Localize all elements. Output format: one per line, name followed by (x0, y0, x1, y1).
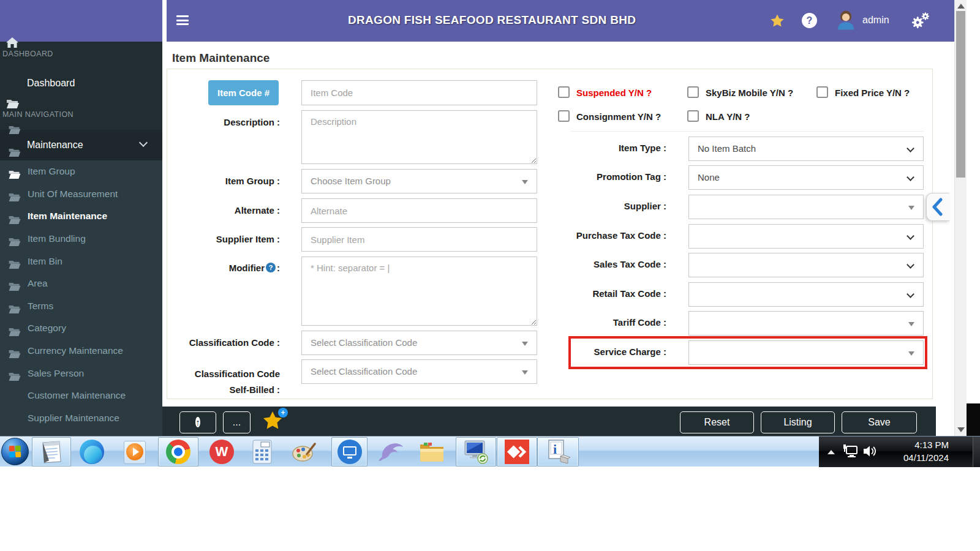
hamburger-menu-icon[interactable] (176, 15, 189, 25)
alternate-label: Alternate : (165, 205, 280, 216)
skybiz-mobile-checkbox[interactable] (687, 86, 699, 98)
maintenance-submenu: Item Group Unit Of Measurement Item Main… (0, 160, 162, 436)
supplier-select[interactable] (688, 195, 924, 219)
sub-item-label: Currency Maintenance (28, 345, 123, 356)
reset-button[interactable]: Reset (680, 411, 754, 433)
item-group-select[interactable]: Choose Item Group (301, 169, 537, 193)
alternate-input[interactable] (301, 198, 537, 223)
save-button[interactable]: Save (842, 411, 917, 433)
show-desktop-button[interactable] (973, 437, 980, 467)
sidebar-item-item-bundling[interactable]: Item Bundling (0, 228, 162, 250)
wps-office-icon: W (209, 440, 234, 464)
self-billed-line2: Self-Billed : (229, 384, 280, 395)
sales-tax-code-select[interactable] (688, 253, 924, 277)
scrollbar-thumb[interactable] (956, 11, 965, 178)
sidebar-item-maintenance[interactable]: Maintenance (0, 130, 162, 160)
clock-date: 04/11/2024 (880, 451, 949, 464)
taskbar-wps-office[interactable]: W (207, 437, 236, 467)
modifier-colon: : (277, 263, 280, 273)
taskbar-file-explorer[interactable] (415, 437, 448, 467)
taskbar-edge[interactable] (77, 437, 107, 467)
action-bar: ↑ ... + Reset Listing Save (162, 407, 936, 436)
taskbar-remote-viewer[interactable] (331, 437, 368, 467)
taskbar-install-info[interactable]: i (537, 437, 579, 467)
sidebar: DASHBOARD Dashboard MAIN NAVIGATION Main… (0, 42, 162, 436)
sidebar-item-dashboard[interactable]: Dashboard (0, 69, 162, 98)
description-label: Description : (165, 117, 280, 127)
sidebar-item-item-maintenance[interactable]: Item Maintenance (0, 205, 162, 228)
sidebar-item-category[interactable]: Category (0, 317, 162, 340)
taskbar-remote-desktop[interactable] (456, 437, 496, 467)
scrollbar-up-arrow[interactable] (957, 4, 965, 9)
system-tray: 4:13 PM 04/11/2024 (819, 437, 980, 467)
suspended-checkbox[interactable] (558, 86, 570, 98)
tray-clock[interactable]: 4:13 PM 04/11/2024 (880, 438, 949, 464)
sidebar-item-terms[interactable]: Terms (0, 295, 162, 318)
dropdown-triangle-icon (908, 351, 914, 356)
sidebar-item-item-group[interactable]: Item Group (0, 160, 162, 183)
taskbar-calculator[interactable] (247, 437, 277, 467)
classification-self-billed-select[interactable]: Select Classification Code (301, 359, 537, 384)
more-button[interactable]: ... (223, 411, 251, 433)
user-avatar[interactable] (835, 10, 856, 31)
service-charge-select[interactable] (688, 340, 924, 365)
username[interactable]: admin (862, 15, 889, 26)
add-favorite-star-icon[interactable]: + (262, 410, 287, 433)
item-type-label: Item Type : (545, 143, 666, 153)
sub-item-label: Item Group (28, 166, 75, 177)
panel-collapse-tab[interactable] (926, 193, 949, 221)
dropdown-triangle-icon (522, 180, 528, 184)
nla-checkbox[interactable] (687, 110, 699, 122)
dolphin-icon (379, 441, 404, 463)
start-button[interactable] (1, 438, 29, 465)
taskbar-chrome[interactable] (158, 437, 198, 467)
scroll-top-button[interactable]: ↑ (179, 411, 216, 433)
taskbar-speed-launcher[interactable] (497, 437, 537, 467)
modifier-textarea[interactable] (301, 257, 537, 326)
sidebar-item-currency-maintenance[interactable]: Currency Maintenance (0, 340, 162, 362)
promotion-tag-select[interactable]: None (688, 165, 924, 190)
item-type-select[interactable]: No Item Batch (688, 137, 924, 161)
item-code-button[interactable]: Item Code # (208, 80, 279, 105)
windows-logo-icon (9, 446, 22, 459)
purchase-tax-code-select[interactable] (688, 224, 924, 249)
sidebar-item-unit-of-measurement[interactable]: Unit Of Measurement (0, 183, 162, 206)
taskbar-media-player[interactable] (119, 437, 151, 467)
sub-item-label: Unit Of Measurement (28, 189, 118, 200)
taskbar-sqlyog[interactable] (375, 437, 408, 467)
sidebar-item-supplier-maintenance[interactable]: Supplier Maintenance (0, 407, 162, 430)
sidebar-item-sales-person[interactable]: Sales Person (0, 362, 162, 384)
retail-tax-code-label: Retail Tax Code : (545, 288, 666, 299)
notepad-icon (40, 440, 62, 464)
top-header: DRAGON FISH SEAFOOD RESTAURANT SDN BHD ?… (167, 0, 954, 42)
tray-show-hidden-icon[interactable] (827, 450, 835, 454)
network-tray-icon[interactable] (842, 444, 858, 459)
sub-item-label: Item Bundling (28, 233, 86, 244)
volume-tray-icon[interactable] (863, 445, 878, 457)
scrollbar-down-arrow[interactable] (957, 427, 965, 432)
supplier-item-input[interactable] (301, 227, 537, 252)
listing-button[interactable]: Listing (761, 411, 835, 433)
taskbar-paint[interactable] (288, 437, 321, 467)
plus-badge-icon: + (278, 408, 288, 418)
modifier-help-icon[interactable]: ? (266, 263, 276, 272)
supplier-label: Supplier : (545, 201, 666, 211)
favorites-star-icon[interactable] (770, 13, 785, 28)
settings-gears-icon[interactable] (910, 12, 930, 29)
sidebar-item-item-bin[interactable]: Item Bin (0, 250, 162, 272)
consignment-checkbox[interactable] (558, 110, 570, 122)
classification-code-select[interactable]: Select Classification Code (301, 331, 537, 355)
tariff-code-label: Tariff Code : (545, 317, 666, 328)
fixed-price-checkbox[interactable] (816, 86, 828, 98)
suspended-label: Suspended Y/N ? (576, 87, 652, 99)
sidebar-item-area[interactable]: Area (0, 272, 162, 295)
vertical-scrollbar[interactable] (954, 0, 967, 436)
consignment-label: Consignment Y/N ? (576, 111, 661, 123)
sidebar-item-customer-maintenance[interactable]: Customer Maintenance (0, 384, 162, 407)
retail-tax-code-select[interactable] (688, 282, 924, 307)
tariff-code-select[interactable] (688, 311, 924, 335)
description-textarea[interactable] (301, 110, 537, 164)
item-code-input[interactable] (301, 80, 537, 105)
taskbar-notepad[interactable] (32, 437, 71, 467)
help-icon[interactable]: ? (802, 13, 817, 28)
